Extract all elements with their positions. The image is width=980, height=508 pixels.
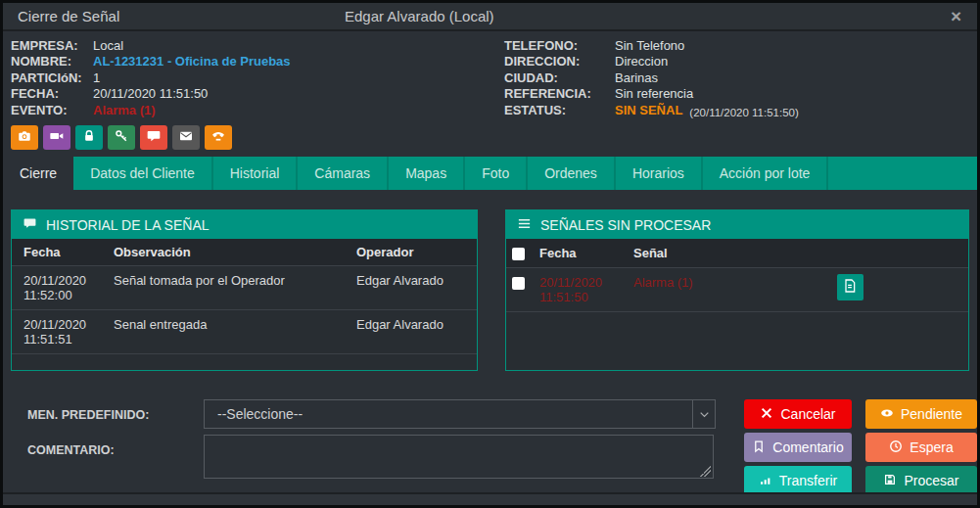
info-row-direccion: DIRECCION: Direccion: [504, 54, 977, 69]
telefono-value: Sin Telefono: [615, 38, 684, 54]
signal-history-panel: HISTORIAL DE LA SEÑAL Fecha Observación …: [11, 209, 478, 371]
info-row-nombre: NOMBRE: AL-1231231 - Oficina de Pruebas: [11, 54, 496, 69]
comment-bubble-icon: [23, 216, 37, 234]
evento-label: EVENTO:: [11, 103, 93, 118]
history-row-fecha: 20/11/2020 11:51:51: [12, 310, 102, 353]
unprocessed-signals-panel: SEÑALES SIN PROCESAR Fecha Señal 20/11/2…: [505, 209, 969, 371]
tab-ordenes[interactable]: Ordenes: [528, 157, 616, 190]
comment-button-label: Comentario: [772, 439, 843, 455]
transfer-button-label: Transferir: [779, 473, 837, 488]
info-row-fecha: FECHA: 20/11/2020 11:51:50: [11, 86, 496, 102]
info-row-particion: PARTICIóN: 1: [11, 70, 496, 86]
info-row-estatus: ESTATUS: SIN SEÑAL (20/11/2020 11:51:50): [504, 103, 977, 120]
col-fecha: Fecha: [534, 239, 628, 267]
row-select-cell: [506, 268, 534, 290]
operator-name: Edgar Alvarado (Local): [345, 8, 494, 24]
lock-button[interactable]: [75, 125, 103, 150]
info-row-empresa: EMPRESA: Local: [11, 38, 496, 54]
col-operador: Operador: [345, 239, 477, 265]
ciudad-value: Barinas: [615, 70, 658, 86]
predefined-message-value: --Seleccione--: [205, 406, 692, 422]
history-row-observacion: Senal entregada: [102, 310, 345, 339]
key-button[interactable]: [108, 125, 135, 150]
particion-value: 1: [93, 70, 100, 86]
empresa-value: Local: [93, 38, 123, 54]
info-row-telefono: TELEFONO: Sin Telefono: [504, 38, 977, 54]
row-checkbox[interactable]: [512, 277, 525, 290]
cancel-button[interactable]: Cancelar: [744, 399, 852, 429]
history-row-fecha: 20/11/2020 11:52:00: [12, 266, 102, 309]
comment-textarea[interactable]: [204, 435, 714, 479]
tab-foto[interactable]: Foto: [465, 157, 528, 190]
cierre-tab-content: HISTORIAL DE LA SEÑAL Fecha Observación …: [3, 190, 977, 371]
envelope-icon: [178, 128, 194, 148]
close-icon[interactable]: ×: [951, 5, 961, 28]
history-row-observacion: Señal tomada por el Operador: [102, 266, 345, 295]
action-buttons: Cancelar Pendiente Comentario Espera Tra…: [744, 399, 977, 495]
predefined-message-select[interactable]: --Seleccione--: [204, 399, 716, 429]
key-icon: [114, 128, 129, 148]
cancel-button-label: Cancelar: [780, 406, 835, 422]
referencia-label: REFERENCIA:: [504, 86, 615, 102]
pending-button-label: Pendiente: [901, 406, 962, 422]
wait-button-label: Espera: [910, 439, 953, 455]
telefono-label: TELEFONO:: [504, 38, 615, 54]
process-button[interactable]: Procesar: [865, 466, 977, 495]
info-row-ciudad: CIUDAD: Barinas: [504, 70, 977, 86]
predefined-message-label: MEN. PREDEFINIDO:: [27, 408, 149, 422]
select-all-cell: [506, 246, 534, 260]
window-footer: [3, 492, 977, 505]
history-row-operador: Edgar Alvarado: [345, 310, 477, 339]
tab-camaras[interactable]: Cámaras: [298, 157, 389, 190]
client-info-section: EMPRESA: Local NOMBRE: AL-1231231 - Ofic…: [3, 31, 977, 122]
email-button[interactable]: [172, 125, 200, 150]
signal-detail-button[interactable]: [837, 274, 863, 300]
x-icon: [760, 406, 773, 423]
col-fecha: Fecha: [12, 239, 102, 265]
save-icon: [883, 473, 897, 489]
info-right-column: TELEFONO: Sin Telefono DIRECCION: Direcc…: [504, 38, 977, 120]
particion-label: PARTICIóN:: [11, 70, 93, 86]
phone-button[interactable]: [205, 125, 232, 150]
tab-datos-del-cliente[interactable]: Datos del Cliente: [73, 157, 213, 190]
signal-row[interactable]: 20/11/2020 11:51:50 Alarma (1): [506, 268, 968, 312]
comment-button[interactable]: Comentario: [744, 433, 852, 462]
tab-accion-por-lote[interactable]: Acción por lote: [703, 157, 829, 190]
bookmark-icon: [752, 439, 766, 456]
info-left-column: EMPRESA: Local NOMBRE: AL-1231231 - Ofic…: [11, 38, 496, 120]
fecha-value: 20/11/2020 11:51:50: [93, 86, 208, 102]
signals-table-header: Fecha Señal: [506, 239, 968, 268]
title-bar: Cierre de Señal Edgar Alvarado (Local) ×: [3, 3, 977, 31]
select-all-checkbox[interactable]: [512, 248, 525, 260]
tab-historial[interactable]: Historial: [213, 157, 299, 190]
camera-button[interactable]: [11, 125, 38, 150]
list-icon: [517, 216, 532, 234]
fecha-label: FECHA:: [11, 86, 93, 102]
history-table-header: Fecha Observación Operador: [12, 239, 477, 266]
process-button-label: Procesar: [904, 473, 958, 488]
client-name-link[interactable]: AL-1231231 - Oficina de Pruebas: [93, 54, 291, 69]
evento-value: Alarma (1): [93, 103, 156, 118]
eye-icon: [880, 406, 894, 423]
history-row-operador: Edgar Alvarado: [345, 266, 477, 295]
pending-button[interactable]: Pendiente: [865, 399, 977, 429]
camera-icon: [17, 128, 32, 148]
estatus-value: SIN SEÑAL: [615, 103, 682, 120]
direccion-label: DIRECCION:: [504, 54, 615, 69]
tab-cierre[interactable]: Cierre: [3, 157, 73, 190]
chat-button[interactable]: [140, 125, 167, 150]
signals-panel-header: SEÑALES SIN PROCESAR: [506, 210, 968, 239]
signal-row-actions: [831, 268, 968, 300]
video-camera-button[interactable]: [43, 125, 70, 150]
signals-panel-title: SEÑALES SIN PROCESAR: [540, 217, 711, 233]
tab-horarios[interactable]: Horarios: [616, 157, 703, 190]
tab-mapas[interactable]: Mapas: [389, 157, 465, 190]
tab-bar-filler: [828, 157, 977, 190]
file-document-icon: [842, 278, 858, 297]
wait-button[interactable]: Espera: [865, 433, 977, 462]
nombre-label: NOMBRE:: [11, 54, 93, 69]
video-camera-icon: [49, 128, 65, 148]
transfer-button[interactable]: Transferir: [744, 466, 852, 495]
col-actions: [831, 247, 968, 260]
clock-icon: [889, 439, 903, 456]
